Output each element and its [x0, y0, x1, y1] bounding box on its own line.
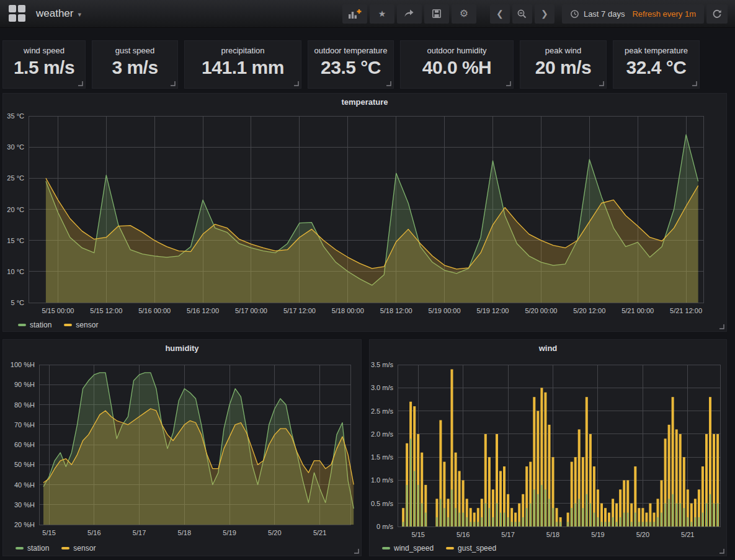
svg-text:5/20: 5/20 [636, 531, 649, 538]
svg-text:40 %H: 40 %H [14, 481, 35, 489]
timepicker-button[interactable]: Last 7 days Refresh every 1m [562, 4, 704, 24]
humidity-panel: humidity 100 %H90 %H80 %H70 %H60 %H50 %H… [2, 339, 362, 556]
panel-title[interactable]: wind speed [3, 46, 85, 55]
refresh-icon [712, 9, 722, 19]
clock-icon [570, 9, 579, 19]
panel-resize-handle[interactable] [385, 80, 392, 87]
add-panel-button[interactable] [342, 4, 367, 24]
time-shift-back-button[interactable]: ❮ [490, 4, 510, 24]
legend-label: station [30, 321, 51, 329]
svg-text:5/16 00:00: 5/16 00:00 [138, 307, 171, 314]
svg-text:5/18 00:00: 5/18 00:00 [332, 307, 364, 314]
legend-item-sensor[interactable]: sensor [61, 544, 96, 553]
logo-square [9, 5, 16, 12]
svg-text:70 %H: 70 %H [14, 421, 35, 429]
wind-chart[interactable]: 3.5 m/s3.0 m/s2.5 m/s2.0 m/s1.5 m/s1.0 m… [370, 340, 728, 557]
share-icon [404, 9, 414, 19]
share-button[interactable] [397, 4, 422, 24]
legend-item-sensor[interactable]: sensor [64, 321, 98, 329]
svg-text:5/17: 5/17 [501, 531, 514, 538]
svg-text:5/16: 5/16 [87, 529, 100, 536]
svg-text:5/17 12:00: 5/17 12:00 [283, 307, 316, 314]
chevron-right-icon: ❯ [541, 9, 548, 18]
panel-title[interactable]: peak temperature [613, 46, 699, 55]
svg-text:50 %H: 50 %H [14, 461, 35, 468]
zoom-out-icon [517, 9, 527, 19]
legend-item-wind-speed[interactable]: wind_speed [382, 544, 434, 553]
svg-text:5/15 12:00: 5/15 12:00 [90, 307, 122, 314]
panel-title[interactable]: outdoor temperature [308, 46, 393, 55]
legend-item-station[interactable]: station [16, 544, 49, 553]
panel-title[interactable]: outdoor humidity [401, 46, 513, 55]
grafana-dashboard: weather ▾ ★ [0, 0, 735, 560]
svg-text:5/21: 5/21 [681, 531, 694, 538]
legend-label: gust_speed [458, 544, 496, 553]
save-button[interactable] [424, 4, 449, 24]
panel-resize-handle[interactable] [293, 80, 300, 87]
svg-text:2.0 m/s: 2.0 m/s [371, 430, 394, 438]
temperature-panel: temperature 35 °C30 °C25 °C20 °C15 °C10 … [2, 93, 727, 332]
zoom-out-button[interactable] [512, 4, 532, 24]
temperature-chart[interactable]: 35 °C30 °C25 °C20 °C15 °C10 °C5 °C5/15 0… [3, 94, 728, 332]
panel-resize-handle[interactable] [77, 80, 84, 87]
series-color-swatch [382, 547, 390, 549]
svg-text:10 °C: 10 °C [7, 268, 24, 275]
series-color-swatch [64, 324, 72, 326]
panel-resize-handle[interactable] [169, 80, 176, 87]
settings-button[interactable]: ⚙ [452, 4, 476, 24]
refresh-button[interactable] [706, 4, 728, 24]
svg-text:5/21 12:00: 5/21 12:00 [670, 307, 702, 314]
panel-title[interactable]: gust speed [92, 46, 177, 55]
svg-text:15 °C: 15 °C [7, 237, 24, 244]
svg-text:0 m/s: 0 m/s [376, 523, 393, 530]
panel-resize-handle[interactable] [505, 80, 512, 87]
stat-panel-peak-wind: peak wind 20 m/s [520, 40, 607, 89]
panel-resize-handle[interactable] [353, 548, 360, 554]
panel-resize-handle[interactable] [718, 548, 725, 554]
panel-resize-handle[interactable] [691, 80, 698, 87]
star-button[interactable]: ★ [370, 4, 394, 24]
panel-title[interactable]: wind [370, 344, 726, 353]
stat-value: 141.1 mm [185, 57, 301, 78]
legend-item-gust-speed[interactable]: gust_speed [446, 544, 496, 553]
series-color-swatch [16, 547, 24, 549]
svg-text:5/17 00:00: 5/17 00:00 [235, 307, 267, 314]
dashboard-title-dropdown[interactable]: weather ▾ [36, 7, 81, 20]
legend-item-station[interactable]: station [18, 321, 51, 329]
panel-resize-handle[interactable] [598, 80, 605, 87]
panel-resize-handle[interactable] [718, 323, 725, 330]
svg-text:5/15 00:00: 5/15 00:00 [42, 307, 74, 314]
svg-text:1.0 m/s: 1.0 m/s [371, 476, 394, 484]
chart-legend: station sensor [16, 544, 96, 553]
stat-panel-outdoor-humidity: outdoor humidity 40.0 %H [400, 40, 514, 89]
panel-title[interactable]: peak wind [520, 46, 606, 55]
svg-text:5/21: 5/21 [313, 529, 326, 536]
svg-text:20 %H: 20 %H [14, 521, 35, 528]
save-icon [432, 9, 442, 19]
svg-text:5/20 00:00: 5/20 00:00 [525, 307, 557, 314]
svg-text:5/20: 5/20 [268, 529, 281, 536]
logo-square [18, 5, 25, 12]
svg-text:60 %H: 60 %H [14, 441, 35, 448]
star-icon: ★ [378, 9, 386, 18]
svg-text:35 °C: 35 °C [7, 112, 24, 120]
chart-legend: station sensor [18, 321, 98, 329]
logo-square [18, 14, 25, 22]
svg-text:30 %H: 30 %H [14, 501, 35, 509]
panel-title[interactable]: temperature [3, 97, 726, 107]
humidity-chart[interactable]: 100 %H90 %H80 %H70 %H60 %H50 %H40 %H30 %… [3, 340, 362, 557]
svg-text:5/16 12:00: 5/16 12:00 [187, 307, 219, 314]
refresh-interval-label: Refresh every 1m [632, 9, 696, 19]
svg-text:5/19: 5/19 [591, 531, 604, 538]
series-color-swatch [61, 547, 69, 549]
grafana-logo[interactable] [9, 5, 26, 22]
chevron-left-icon: ❮ [496, 9, 504, 18]
stat-panel-peak-temperature: peak temperature 32.4 °C [613, 40, 700, 89]
svg-text:20 °C: 20 °C [7, 206, 24, 213]
panel-title[interactable]: precipitation [185, 46, 301, 55]
panel-title[interactable]: humidity [3, 344, 361, 353]
navbar-actions: ★ ⚙ ❮ [340, 4, 728, 24]
navbar: weather ▾ ★ [0, 0, 735, 28]
time-shift-forward-button[interactable]: ❯ [535, 4, 555, 24]
stat-panel-precipitation: precipitation 141.1 mm [184, 40, 301, 89]
